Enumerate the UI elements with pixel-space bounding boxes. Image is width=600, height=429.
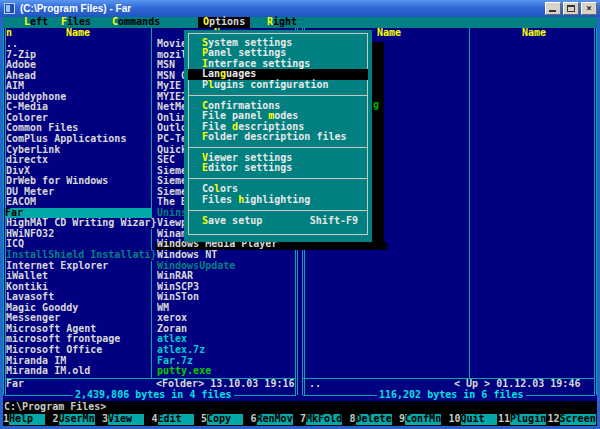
menu-item-plugins-configuration[interactable]: Plugins configuration — [188, 80, 368, 90]
file-item[interactable]: Internet Explorer — [6, 261, 154, 272]
file-item[interactable]: Ahead — [6, 71, 154, 82]
fkey-label: UserMn — [59, 414, 95, 425]
fkey-label: Copy — [207, 414, 243, 425]
menu-item-editor-settings[interactable]: Editor settings — [188, 163, 368, 173]
file-item[interactable]: 7-Zip — [6, 50, 154, 61]
far-app-icon — [4, 3, 15, 14]
right-panel-border — [596, 28, 597, 395]
file-item[interactable]: Messenger — [6, 313, 154, 324]
fkey-10-quit[interactable]: 10Quit — [449, 414, 499, 425]
right-panel-totals: 116,202 bytes in 6 files — [377, 390, 526, 401]
file-item[interactable]: buddyphone — [6, 92, 154, 103]
fkey-8-delete[interactable]: 8Delete — [350, 414, 400, 425]
fkey-number: 12 — [548, 414, 560, 425]
file-item[interactable]: WM — [157, 303, 295, 314]
file-item[interactable]: Common Files — [6, 123, 154, 134]
console-area: LeftFilesCommandsOptionsRight n Name Nam… — [3, 17, 597, 426]
file-item[interactable]: putty.exe — [157, 366, 295, 377]
file-item[interactable]: Colorer — [6, 113, 154, 124]
fkey-label: ConfMn — [405, 414, 441, 425]
fkey-number: 10 — [449, 414, 461, 425]
close-icon: × — [586, 3, 591, 13]
file-item[interactable]: EACOM — [6, 197, 154, 208]
function-key-bar: 1Help2UserMn3View4Edit5Copy6RenMov7MkFol… — [3, 414, 597, 427]
file-item[interactable]: Kontiki — [6, 282, 154, 293]
file-item[interactable]: atlex — [157, 334, 295, 345]
file-item[interactable]: Adobe — [6, 60, 154, 71]
title-bar: (C:\Program Files) - Far × — [0, 0, 600, 17]
file-item[interactable]: ComPlus Applications — [6, 134, 154, 145]
right-panel-border — [594, 28, 595, 395]
file-item[interactable]: HWiNFO32 — [6, 229, 154, 240]
menu-item-files-highlighting[interactable]: Files highlighting — [188, 195, 368, 205]
fkey-7-mkfold[interactable]: 7MkFold — [300, 414, 350, 425]
file-item[interactable]: WinSTon — [157, 292, 295, 303]
fkey-2-usermn[interactable]: 2UserMn — [53, 414, 103, 425]
menu-shadow-right — [372, 42, 384, 251]
window-controls: × — [543, 2, 597, 15]
file-item[interactable]: AIM — [6, 81, 154, 92]
file-item[interactable]: Far — [5, 208, 151, 219]
menu-separator — [188, 210, 368, 211]
file-item[interactable]: DivX — [6, 166, 154, 177]
menu-item-save-setup[interactable]: Save setupShift-F9 — [188, 216, 368, 226]
maximize-button[interactable] — [563, 2, 579, 15]
menubar-item-right[interactable]: Right — [267, 17, 297, 28]
file-item[interactable]: DU Meter — [6, 187, 154, 198]
file-item[interactable]: Far.7z — [157, 356, 295, 367]
file-item[interactable]: Magic Gooddy — [6, 303, 154, 314]
file-item[interactable]: CyberLink — [6, 145, 154, 156]
menubar-item-left[interactable]: Left — [24, 17, 48, 28]
left-panel-border — [3, 28, 4, 395]
left-panel-status-details: <Folder> 13.10.03 19:16 — [156, 379, 294, 390]
menu-item-shortcut: Shift-F9 — [310, 216, 358, 227]
left-panel-col1-header: Name — [66, 28, 90, 39]
fkey-5-copy[interactable]: 5Copy — [201, 414, 251, 425]
file-item[interactable]: Miranda IM — [6, 356, 154, 367]
fkey-3-view[interactable]: 3View — [102, 414, 152, 425]
fkey-4-edit[interactable]: 4Edit — [152, 414, 202, 425]
fkey-11-plugin[interactable]: 11Plugin — [498, 414, 548, 425]
fkey-9-confmn[interactable]: 9ConfMn — [399, 414, 449, 425]
fkey-12-screen[interactable]: 12Screen — [548, 414, 598, 425]
minimize-icon — [549, 10, 556, 12]
menubar-item-commands[interactable]: Commands — [112, 17, 160, 28]
file-item[interactable]: xerox — [157, 313, 295, 324]
file-item[interactable]: atlex.7z — [157, 345, 295, 356]
file-item[interactable]: Miranda IM.old — [6, 366, 154, 377]
close-button[interactable]: × — [581, 2, 597, 15]
file-item[interactable]: Microsoft Agent — [6, 324, 154, 335]
options-dropdown-menu: System settingsPanel settingsInterface s… — [184, 30, 372, 242]
fkey-number: 11 — [498, 414, 510, 425]
file-item[interactable]: WinRAR — [157, 271, 295, 282]
minimize-button[interactable] — [545, 2, 561, 15]
file-item[interactable]: DrWeb for Windows — [6, 176, 154, 187]
file-item[interactable]: Microsoft Office — [6, 345, 154, 356]
menu-separator — [188, 178, 368, 179]
menu-item-folder-description-files[interactable]: Folder description files — [188, 132, 368, 142]
file-item[interactable]: Lavasoft — [6, 292, 154, 303]
file-item[interactable]: Windows NT — [157, 250, 295, 261]
file-item[interactable]: HighMAT CD Writing Wizar} — [6, 218, 160, 229]
menu-separator — [188, 147, 368, 148]
menu-separator — [188, 95, 368, 96]
file-item[interactable]: iWallet — [6, 271, 154, 282]
file-item[interactable]: WinSCP3 — [157, 282, 295, 293]
file-item[interactable]: directx — [6, 155, 154, 166]
fkey-6-renmov[interactable]: 6RenMov — [251, 414, 301, 425]
far-manager-window: (C:\Program Files) - Far × LeftFilesComm… — [0, 0, 600, 429]
file-item[interactable]: WindowsUpdate — [157, 261, 295, 272]
file-item[interactable]: InstallShield Installati} — [6, 250, 160, 261]
left-panel-sort-indicator: n — [6, 28, 12, 39]
right-panel-col2-header: Name — [522, 28, 546, 39]
fkey-1-help[interactable]: 1Help — [3, 414, 53, 425]
file-item[interactable]: C-Media — [6, 102, 154, 113]
command-line[interactable]: C:\Program Files> — [4, 402, 106, 413]
right-panel-column-divider — [469, 28, 470, 378]
right-panel-filename-fragment: g — [373, 100, 379, 111]
file-item[interactable]: microsoft frontpage — [6, 334, 154, 345]
fkey-label: Plugin — [510, 414, 546, 425]
file-item[interactable]: .. — [6, 39, 154, 50]
file-item[interactable]: ICQ — [6, 239, 154, 250]
file-item[interactable]: Zoran — [157, 324, 295, 335]
